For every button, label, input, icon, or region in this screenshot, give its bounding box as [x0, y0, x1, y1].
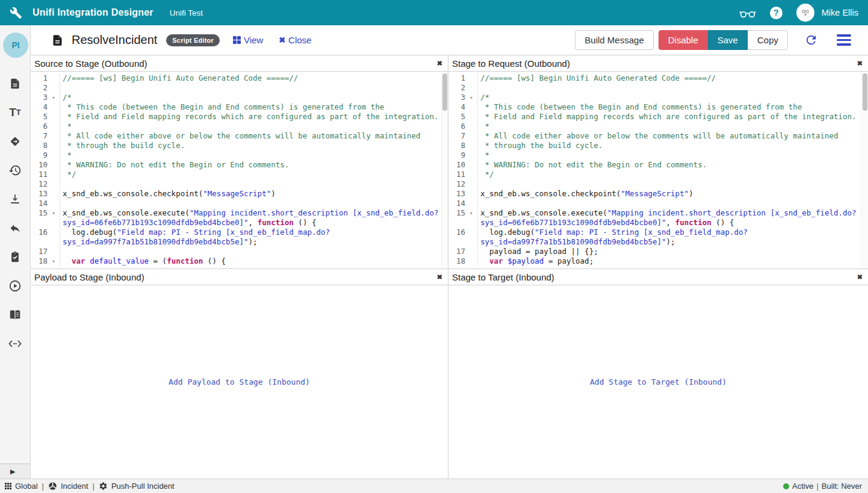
- code-line-6[interactable]: 6 *: [31, 122, 448, 131]
- code-text[interactable]: * All code either above or below the com…: [60, 131, 448, 141]
- fold-arrow-icon[interactable]: ▾: [48, 208, 60, 228]
- code-line-2[interactable]: 2: [31, 83, 448, 93]
- code-line-11[interactable]: 11 */: [31, 170, 448, 179]
- code-line-8[interactable]: 8 * through the build cycle.: [448, 141, 868, 150]
- glasses-icon[interactable]: [739, 7, 756, 19]
- code-line-18[interactable]: 18▾ var default_value = (function () {: [31, 256, 448, 266]
- close-link[interactable]: ✖ Close: [279, 35, 311, 45]
- code-line-13[interactable]: 13x_snd_eb.ws_console.checkpoint("Messag…: [448, 189, 868, 199]
- code-line-5[interactable]: 5 * Field and Field mapping records whic…: [31, 112, 448, 122]
- code-line-7[interactable]: 7 * All code either above or below the c…: [448, 131, 868, 141]
- code-line-14[interactable]: 14: [31, 199, 448, 208]
- code-line-7[interactable]: 7 * All code either above or below the c…: [31, 131, 448, 141]
- code-text[interactable]: * This code (between the Begin and End c…: [478, 102, 868, 112]
- diamond-turn-right-icon[interactable]: [8, 135, 22, 148]
- code-text[interactable]: /*: [478, 93, 868, 102]
- code-line-4[interactable]: 4 * This code (between the Begin and End…: [448, 102, 868, 112]
- code-text[interactable]: [60, 199, 448, 208]
- download-icon[interactable]: [9, 193, 21, 206]
- sidebar-expand-button[interactable]: ▶: [0, 464, 31, 479]
- panel-close-icon[interactable]: ✖: [857, 273, 863, 281]
- menu-icon[interactable]: [837, 34, 851, 46]
- code-text[interactable]: x_snd_eb.ws_console.execute("Mapping inc…: [60, 208, 448, 228]
- code-line-1[interactable]: 1//===== [ws] Begin Unifi Auto Generated…: [31, 73, 448, 83]
- code-text[interactable]: *: [478, 122, 868, 131]
- code-editor-source-to-stage[interactable]: 1//===== [ws] Begin Unifi Auto Generated…: [31, 72, 448, 268]
- code-text[interactable]: var default_value = (function () {: [60, 256, 448, 266]
- fold-arrow-icon[interactable]: ▾: [465, 208, 477, 228]
- code-text[interactable]: [60, 247, 448, 256]
- help-icon[interactable]: ?: [770, 7, 783, 19]
- code-line-17[interactable]: 17 payload = payload || {};: [448, 247, 868, 256]
- code-line-16[interactable]: 16 log.debug("Field map: PI - String [x_…: [31, 228, 448, 247]
- code-editor-stage-to-request[interactable]: 1//===== [ws] Begin Unifi Auto Generated…: [448, 72, 868, 268]
- fold-arrow-icon[interactable]: ▾: [48, 256, 60, 266]
- code-text[interactable]: x_snd_eb.ws_console.checkpoint("MessageS…: [478, 189, 868, 199]
- code-line-6[interactable]: 6 *: [448, 122, 868, 131]
- code-text[interactable]: *: [60, 150, 448, 160]
- text-format-icon[interactable]: TT: [9, 106, 21, 119]
- history-icon[interactable]: [8, 164, 22, 177]
- build-message-button[interactable]: Build Message: [575, 30, 653, 50]
- scrollbar-thumb[interactable]: [863, 73, 867, 111]
- code-text[interactable]: log.debug("Field map: PI - String [x_snd…: [478, 228, 868, 247]
- code-text[interactable]: var $payload = payload;: [478, 256, 868, 266]
- code-line-10[interactable]: 10 * WARNING: Do not edit the Begin or E…: [31, 160, 448, 170]
- code-line-3[interactable]: 3▾/*: [448, 93, 868, 102]
- panel-close-icon[interactable]: ✖: [437, 60, 442, 67]
- fold-arrow-icon[interactable]: ▾: [48, 93, 60, 102]
- code-text[interactable]: [60, 83, 448, 93]
- scrollbar-thumb[interactable]: [442, 73, 447, 111]
- disable-button[interactable]: Disable: [659, 30, 708, 50]
- code-line-4[interactable]: 4 * This code (between the Begin and End…: [31, 102, 448, 112]
- code-text[interactable]: [478, 199, 868, 208]
- code-text[interactable]: [478, 83, 868, 93]
- code-text[interactable]: payload = payload || {};: [478, 247, 868, 256]
- code-line-12[interactable]: 12: [448, 179, 868, 189]
- book-open-icon[interactable]: [8, 308, 22, 321]
- code-text[interactable]: [60, 179, 448, 189]
- code-text[interactable]: * through the build cycle.: [60, 141, 448, 150]
- code-line-2[interactable]: 2: [448, 83, 868, 93]
- code-line-15[interactable]: 15▾x_snd_eb.ws_console.execute("Mapping …: [31, 208, 448, 228]
- code-text[interactable]: //===== [ws] Begin Unifi Auto Generated …: [478, 73, 868, 83]
- fold-arrow-icon[interactable]: ▾: [465, 93, 477, 102]
- code-text[interactable]: * Field and Field mapping records which …: [60, 112, 448, 122]
- code-line-5[interactable]: 5 * Field and Field mapping records whic…: [448, 112, 868, 122]
- code-text[interactable]: *: [60, 122, 448, 131]
- code-line-14[interactable]: 14: [448, 199, 868, 208]
- code-line-3[interactable]: 3▾/*: [31, 93, 448, 102]
- code-text[interactable]: x_snd_eb.ws_console.execute("Mapping inc…: [478, 208, 868, 228]
- save-button[interactable]: Save: [708, 30, 748, 50]
- integration-avatar-badge[interactable]: PI: [3, 33, 28, 58]
- code-text[interactable]: * Field and Field mapping records which …: [478, 112, 868, 122]
- clipboard-check-icon[interactable]: [9, 250, 21, 264]
- panel-close-icon[interactable]: ✖: [857, 60, 863, 67]
- panel-close-icon[interactable]: ✖: [437, 273, 442, 281]
- code-text[interactable]: *: [478, 150, 868, 160]
- code-text[interactable]: * This code (between the Begin and End c…: [60, 102, 448, 112]
- code-line-9[interactable]: 9 *: [448, 150, 868, 160]
- code-text[interactable]: */: [478, 170, 868, 179]
- code-line-1[interactable]: 1//===== [ws] Begin Unifi Auto Generated…: [448, 73, 868, 83]
- refresh-icon[interactable]: [804, 33, 818, 47]
- file-text-icon[interactable]: [9, 77, 21, 90]
- code-icon[interactable]: [8, 337, 22, 350]
- code-text[interactable]: * through the build cycle.: [478, 141, 868, 150]
- code-line-11[interactable]: 11 */: [448, 170, 868, 179]
- code-line-17[interactable]: 17: [31, 247, 448, 256]
- code-text[interactable]: log.debug("Field map: PI - String [x_snd…: [60, 228, 448, 247]
- code-text[interactable]: //===== [ws] Begin Unifi Auto Generated …: [60, 73, 448, 83]
- add-payload-to-stage-link[interactable]: Add Payload to Stage (Inbound): [31, 377, 448, 386]
- application-item[interactable]: Incident: [48, 482, 88, 491]
- code-line-16[interactable]: 16 log.debug("Field map: PI - String [x_…: [448, 228, 868, 247]
- play-circle-icon[interactable]: [8, 279, 22, 293]
- scope-item[interactable]: Global: [5, 482, 38, 491]
- code-line-18[interactable]: 18 var $payload = payload;: [448, 256, 868, 266]
- code-line-12[interactable]: 12: [31, 179, 448, 189]
- code-text[interactable]: * WARNING: Do not edit the Begin or End …: [60, 160, 448, 170]
- code-line-10[interactable]: 10 * WARNING: Do not edit the Begin or E…: [448, 160, 868, 170]
- code-text[interactable]: [478, 179, 868, 189]
- code-text[interactable]: /*: [60, 93, 448, 102]
- code-line-15[interactable]: 15▾x_snd_eb.ws_console.execute("Mapping …: [448, 208, 868, 228]
